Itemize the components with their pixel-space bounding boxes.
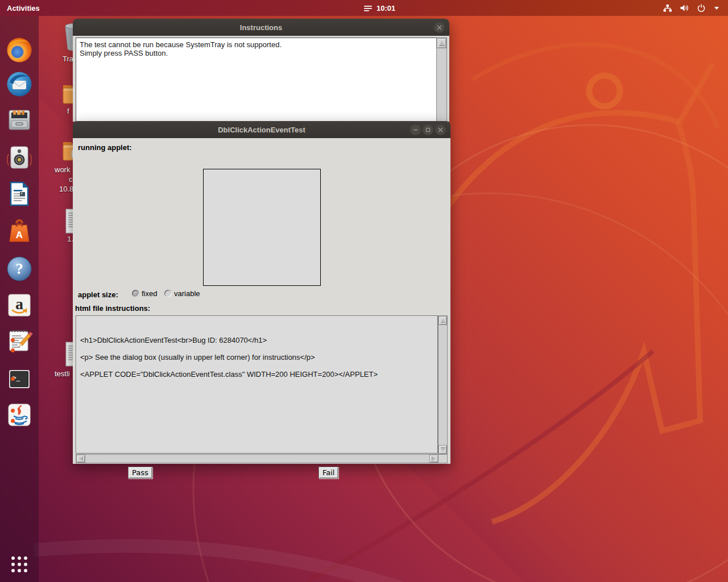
scroll-right-button[interactable] bbox=[429, 455, 439, 463]
dock-item-terminal[interactable]: >_ bbox=[6, 365, 33, 393]
dock-item-libreoffice-writer[interactable] bbox=[6, 180, 33, 207]
scroll-left-button[interactable] bbox=[76, 455, 85, 463]
svg-text:A: A bbox=[16, 230, 23, 240]
clock-menu[interactable]: 10:01 bbox=[364, 0, 395, 16]
close-icon bbox=[436, 24, 442, 31]
arrow-down-icon bbox=[441, 448, 445, 451]
notifications-icon bbox=[364, 4, 373, 13]
test-titlebar[interactable]: DblClickActionEventTest bbox=[73, 121, 450, 138]
dock-item-firefox[interactable] bbox=[6, 36, 33, 64]
dock-item-amazon[interactable]: a bbox=[6, 292, 33, 319]
dock-item-thunderbird[interactable] bbox=[6, 70, 33, 98]
desktop-label-document-2[interactable]: testli bbox=[55, 369, 70, 378]
chevron-down-icon bbox=[713, 5, 720, 11]
dock-item-ubuntu-software[interactable]: A bbox=[6, 218, 33, 245]
desktop-label-folder-1[interactable]: f bbox=[67, 107, 69, 115]
vertical-scrollbar[interactable] bbox=[438, 315, 448, 455]
arrow-up-icon bbox=[441, 319, 445, 322]
dock-item-files[interactable] bbox=[6, 106, 33, 133]
radio-fixed[interactable]: fixed bbox=[132, 289, 157, 298]
applet-size-label: applet size: bbox=[78, 290, 118, 299]
clock: 10:01 bbox=[377, 4, 395, 13]
dock: A ? a bbox=[0, 16, 39, 582]
dock-item-text-editor[interactable] bbox=[6, 327, 33, 354]
instructions-body: The test cannot be run because SystemTra… bbox=[73, 36, 449, 122]
activities-button[interactable]: Activities bbox=[7, 4, 40, 13]
desktop-label-trash[interactable]: Tra bbox=[63, 55, 73, 63]
amazon-icon: a bbox=[6, 292, 33, 319]
dock-item-rhythmbox[interactable] bbox=[6, 144, 33, 171]
instructions-window-title: Instructions bbox=[240, 23, 282, 32]
instructions-line-2: Simply press PASS button. bbox=[80, 49, 435, 57]
java-icon bbox=[6, 401, 33, 429]
close-button[interactable] bbox=[435, 124, 446, 135]
scrollbar-corner bbox=[438, 454, 448, 463]
close-button[interactable] bbox=[434, 22, 445, 33]
help-icon: ? bbox=[6, 255, 33, 282]
applet-area[interactable] bbox=[203, 169, 321, 286]
test-body: running applet: applet size: fixed varia… bbox=[73, 138, 450, 464]
test-window: DblClickActionEventTest running applet: bbox=[73, 121, 450, 464]
instructions-textarea[interactable]: The test cannot be run because SystemTra… bbox=[76, 38, 439, 126]
power-icon bbox=[697, 3, 706, 13]
close-icon bbox=[437, 127, 444, 133]
arrow-left-icon bbox=[79, 456, 82, 461]
dock-item-java[interactable] bbox=[6, 401, 33, 429]
terminal-icon: >_ bbox=[6, 365, 33, 393]
files-icon bbox=[6, 106, 33, 133]
arrow-up-icon bbox=[439, 41, 445, 45]
svg-text:?: ? bbox=[15, 260, 23, 277]
radio-fixed-circle[interactable] bbox=[132, 290, 139, 297]
instructions-scrollbar[interactable] bbox=[436, 38, 447, 122]
maximize-button[interactable] bbox=[423, 124, 433, 135]
svg-text:a: a bbox=[15, 295, 23, 313]
desktop-label-folder-2-line3[interactable]: 10.8 bbox=[59, 185, 73, 193]
minimize-icon bbox=[412, 127, 419, 133]
show-applications-button[interactable] bbox=[10, 555, 29, 574]
system-menu[interactable] bbox=[663, 0, 720, 16]
scroll-up-button[interactable] bbox=[439, 316, 447, 325]
instructions-window: Instructions The test cannot be run beca… bbox=[73, 19, 449, 122]
running-dot bbox=[11, 409, 15, 413]
arrow-right-icon bbox=[432, 456, 436, 461]
html-instructions-textarea[interactable]: <h1>DblClickActionEventTest<br>Bug ID: 6… bbox=[76, 315, 438, 454]
firefox-icon bbox=[6, 36, 33, 64]
radio-fixed-label: fixed bbox=[142, 289, 157, 298]
text-editor-icon bbox=[6, 327, 33, 354]
radio-variable-circle[interactable] bbox=[164, 290, 172, 297]
desktop: Tra f work c 10.8 1 bbox=[0, 0, 728, 582]
instructions-titlebar[interactable]: Instructions bbox=[73, 19, 449, 36]
maximize-icon bbox=[425, 127, 431, 133]
dock-item-help[interactable]: ? bbox=[6, 255, 33, 282]
pass-button[interactable]: Pass bbox=[128, 467, 152, 479]
running-dot bbox=[11, 348, 15, 352]
horizontal-scrollbar[interactable] bbox=[76, 454, 439, 463]
top-panel: Activities 10:01 bbox=[0, 0, 728, 16]
fail-button[interactable]: Fail bbox=[318, 467, 338, 479]
desktop-label-folder-2[interactable]: work bbox=[55, 165, 70, 174]
radio-variable[interactable]: variable bbox=[164, 289, 200, 298]
html-file-instructions-label: html file instructions: bbox=[75, 304, 150, 313]
scroll-down-button[interactable] bbox=[439, 445, 447, 454]
thunderbird-icon bbox=[6, 70, 33, 98]
running-applet-label: running applet: bbox=[78, 143, 132, 152]
volume-icon bbox=[680, 3, 689, 13]
html-line-1: <h1>DblClickActionEventTest<br>Bug ID: 6… bbox=[80, 336, 437, 344]
html-line-2: <p> See the dialog box (usually in upper… bbox=[80, 354, 437, 361]
test-window-title: DblClickActionEventTest bbox=[218, 126, 305, 134]
rhythmbox-icon bbox=[6, 144, 33, 171]
minimize-button[interactable] bbox=[410, 124, 421, 135]
desktop-label-folder-2-line2[interactable]: c bbox=[69, 175, 73, 184]
libreoffice-writer-icon bbox=[6, 180, 33, 207]
network-icon bbox=[663, 3, 672, 13]
running-dot bbox=[11, 338, 15, 342]
ubuntu-software-icon: A bbox=[6, 218, 33, 245]
radio-variable-label: variable bbox=[174, 289, 200, 298]
scroll-up-button[interactable] bbox=[437, 38, 446, 48]
running-dot bbox=[11, 377, 15, 381]
html-line-3: <APPLET CODE="DblClickActionEventTest.cl… bbox=[80, 371, 437, 378]
instructions-line-1: The test cannot be run because SystemTra… bbox=[80, 40, 435, 49]
running-dot bbox=[11, 419, 15, 423]
